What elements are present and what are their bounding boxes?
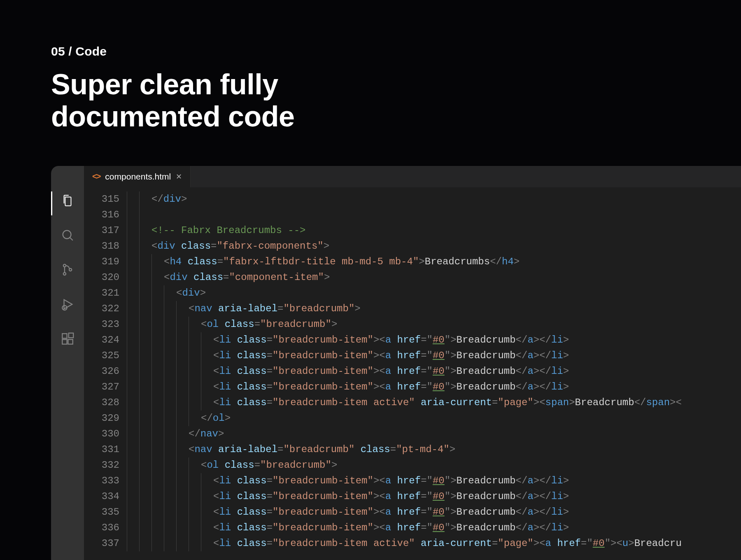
line-number: 332 — [84, 457, 119, 473]
editor-tab-components[interactable]: <> components.html ✕ — [84, 166, 191, 187]
code-line: <div class="component-item"> — [127, 270, 741, 285]
code-line: <li class="breadcrumb-item"><a href="#0"… — [127, 332, 741, 348]
line-number: 334 — [84, 489, 119, 504]
html-file-icon: <> — [92, 172, 100, 181]
svg-point-3 — [63, 273, 66, 275]
close-icon[interactable]: ✕ — [176, 172, 182, 181]
svg-rect-8 — [62, 339, 67, 344]
line-number: 327 — [84, 379, 119, 395]
svg-rect-7 — [62, 334, 67, 338]
code-line: <ol class="breadcrumb"> — [127, 317, 741, 332]
tab-filename: components.html — [105, 172, 171, 182]
line-number: 325 — [84, 348, 119, 364]
svg-point-2 — [63, 264, 66, 267]
line-number: 323 — [84, 317, 119, 332]
code-line: <div class="fabrx-components"> — [127, 238, 741, 254]
line-number: 319 — [84, 254, 119, 270]
code-line: </ol> — [127, 411, 741, 426]
line-number: 331 — [84, 442, 119, 457]
code-line: <ol class="breadcrumb"> — [127, 457, 741, 473]
line-number: 322 — [84, 301, 119, 317]
code-line: <li class="breadcrumb-item"><a href="#0"… — [127, 489, 741, 504]
code-line: <li class="breadcrumb-item active" aria-… — [127, 395, 741, 411]
svg-rect-10 — [69, 333, 73, 338]
code-line: <!-- Fabrx Breadcrumbs --> — [127, 223, 741, 238]
debug-icon[interactable] — [60, 297, 75, 312]
headline-line2: documented code — [51, 100, 294, 133]
line-number: 336 — [84, 520, 119, 536]
editor-tabbar: <> components.html ✕ — [84, 166, 741, 187]
svg-marker-5 — [64, 299, 72, 309]
code-line: <li class="breadcrumb-item"><a href="#0"… — [127, 504, 741, 520]
code-line: <li class="breadcrumb-item"><a href="#0"… — [127, 473, 741, 489]
code-line: <div> — [127, 285, 741, 301]
svg-point-4 — [69, 268, 72, 271]
svg-line-1 — [70, 238, 73, 240]
svg-point-0 — [63, 230, 71, 238]
line-number: 320 — [84, 270, 119, 285]
line-number: 316 — [84, 207, 119, 223]
section-headline: Super clean fully documented code — [51, 68, 741, 133]
line-number: 335 — [84, 504, 119, 520]
source-control-icon[interactable] — [60, 262, 75, 277]
line-number: 324 — [84, 332, 119, 348]
code-line: <li class="breadcrumb-item active" aria-… — [127, 536, 741, 551]
activity-bar — [51, 187, 84, 560]
extensions-icon[interactable] — [60, 331, 75, 346]
code-line: <li class="breadcrumb-item"><a href="#0"… — [127, 520, 741, 536]
section-kicker: 05 / Code — [51, 44, 741, 58]
code-line: </nav> — [127, 426, 741, 442]
line-number: 326 — [84, 364, 119, 379]
line-number: 317 — [84, 223, 119, 238]
code-editor-window: <> components.html ✕ — [51, 166, 741, 560]
code-line: <li class="breadcrumb-item"><a href="#0"… — [127, 348, 741, 364]
code-line: <nav aria-label="breadcrumb" class="pt-m… — [127, 442, 741, 457]
code-line: <li class="breadcrumb-item"><a href="#0"… — [127, 379, 741, 395]
line-number: 329 — [84, 411, 119, 426]
explorer-icon[interactable] — [60, 193, 75, 208]
search-icon[interactable] — [60, 228, 75, 243]
line-number: 330 — [84, 426, 119, 442]
line-number: 328 — [84, 395, 119, 411]
line-number-gutter: 3153163173183193203213223233243253263273… — [84, 187, 127, 560]
code-line: <h4 class="fabrx-lftbdr-title mb-md-5 mb… — [127, 254, 741, 270]
code-line: <nav aria-label="breadcrumb"> — [127, 301, 741, 317]
line-number: 318 — [84, 238, 119, 254]
line-number: 315 — [84, 191, 119, 207]
line-number: 321 — [84, 285, 119, 301]
code-area[interactable]: </div><!-- Fabrx Breadcrumbs --><div cla… — [127, 187, 741, 560]
code-line — [127, 207, 741, 223]
svg-rect-9 — [68, 339, 72, 344]
code-line: </div> — [127, 191, 741, 207]
line-number: 337 — [84, 536, 119, 551]
line-number: 333 — [84, 473, 119, 489]
code-line: <li class="breadcrumb-item"><a href="#0"… — [127, 364, 741, 379]
active-indicator — [51, 191, 52, 215]
headline-line1: Super clean fully — [51, 68, 278, 100]
